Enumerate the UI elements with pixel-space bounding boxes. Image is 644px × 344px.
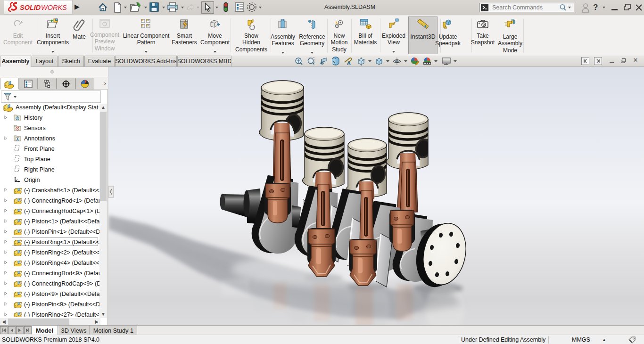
svg-text:WORKS: WORKS [41, 4, 67, 11]
svg-text:SOLID: SOLID [20, 4, 41, 11]
svg-text:A: A [17, 137, 19, 141]
svg-text:A: A [347, 60, 351, 66]
